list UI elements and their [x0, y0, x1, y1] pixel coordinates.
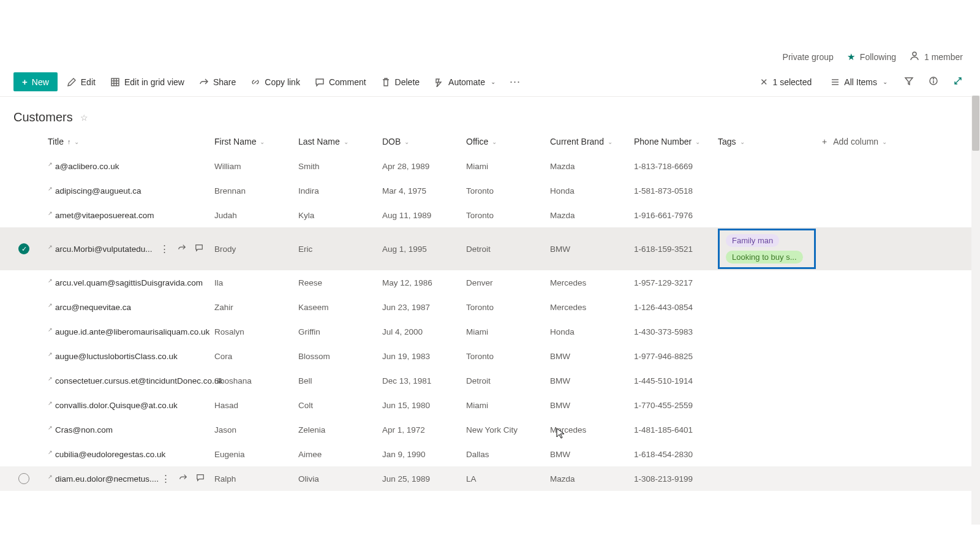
- row-share-icon[interactable]: [178, 243, 186, 254]
- office-cell: Detroit: [466, 375, 550, 387]
- phone-cell: 1-813-718-6669: [634, 161, 718, 172]
- row-selector[interactable]: ✓: [0, 243, 48, 254]
- dob-cell: Apr 28, 1989: [382, 161, 466, 172]
- row-comment-icon[interactable]: [195, 243, 203, 254]
- title-cell[interactable]: ↗arcu.Morbi@vulputatedu...⋮: [48, 242, 214, 256]
- add-column-button[interactable]: +Add column⌄: [822, 137, 914, 146]
- row-share-icon[interactable]: [179, 473, 187, 484]
- title-cell[interactable]: ↗arcu.vel.quam@sagittisDuisgravida.com: [48, 277, 214, 289]
- new-button[interactable]: + New: [13, 72, 58, 91]
- star-outline-icon[interactable]: ☆: [80, 113, 88, 123]
- dob-cell: Jan 9, 1990: [382, 449, 466, 460]
- title-cell[interactable]: ↗a@aclibero.co.uk: [48, 161, 214, 172]
- first-name-cell: Eugenia: [214, 449, 298, 460]
- tags-cell[interactable]: Family manLooking to buy s...: [718, 227, 822, 270]
- first-name-cell: Rosalyn: [214, 326, 298, 338]
- column-header-title[interactable]: Title ↑ ⌄: [48, 137, 214, 146]
- title-cell[interactable]: ↗amet@vitaeposuereat.com: [48, 210, 214, 221]
- info-button[interactable]: [925, 74, 942, 91]
- office-cell: Denver: [466, 277, 550, 289]
- automate-button[interactable]: Automate ⌄: [429, 74, 501, 91]
- table-row[interactable]: ↗arcu@nequevitae.caZahirKaseemJun 23, 19…: [0, 295, 980, 319]
- copy-link-button[interactable]: Copy link: [245, 74, 306, 91]
- share-button[interactable]: Share: [194, 74, 241, 91]
- table-row[interactable]: ↗augue@luctuslobortisClass.co.ukCoraBlos…: [0, 344, 980, 368]
- office-cell: Toronto: [466, 210, 550, 221]
- table-row[interactable]: ↗consectetuer.cursus.et@tinciduntDonec.c…: [0, 368, 980, 393]
- table-row[interactable]: ✓↗arcu.Morbi@vulputatedu...⋮BrodyEricAug…: [0, 227, 980, 270]
- tags-cell[interactable]: [718, 214, 822, 216]
- view-switcher[interactable]: All Items ⌄: [824, 74, 893, 91]
- scrollbar-thumb[interactable]: [972, 96, 979, 151]
- tag-pill[interactable]: Looking to buy s...: [726, 251, 803, 264]
- title-cell[interactable]: ↗diam.eu.dolor@necmetus....⋮: [48, 472, 214, 485]
- title-text: a@aclibero.co.uk: [55, 162, 119, 171]
- column-header-dob[interactable]: DOB⌄: [382, 137, 466, 146]
- tags-cell[interactable]: [718, 330, 822, 333]
- office-cell: Dallas: [466, 449, 550, 460]
- title-cell[interactable]: ↗Cras@non.com: [48, 424, 214, 436]
- column-header-brand[interactable]: Current Brand⌄: [550, 137, 634, 146]
- column-header-last-name[interactable]: Last Name⌄: [298, 137, 382, 146]
- table-row[interactable]: ↗augue.id.ante@liberomaurisaliquam.co.uk…: [0, 319, 980, 344]
- row-selector[interactable]: [0, 473, 48, 484]
- table-row[interactable]: ↗convallis.dolor.Quisque@at.co.ukHasadCo…: [0, 393, 980, 417]
- table-row[interactable]: ↗cubilia@eudoloregestas.co.ukEugeniaAime…: [0, 442, 980, 466]
- row-menu-icon[interactable]: ⋮: [161, 473, 170, 484]
- chevron-down-icon: ⌄: [608, 138, 612, 145]
- tag-pill[interactable]: Family man: [726, 234, 779, 247]
- table-row[interactable]: ↗Cras@non.comJasonZeleniaApr 1, 1972New …: [0, 417, 980, 442]
- clear-selection-button[interactable]: ✕ 1 selected: [755, 73, 817, 91]
- title-cell[interactable]: ↗convallis.dolor.Quisque@at.co.uk: [48, 400, 214, 411]
- dob-cell: Mar 4, 1975: [382, 185, 466, 197]
- share-icon: [199, 77, 209, 87]
- tags-cell[interactable]: [718, 428, 822, 431]
- overflow-button[interactable]: ···: [505, 73, 526, 91]
- dob-cell: Jun 23, 1987: [382, 302, 466, 313]
- following-label[interactable]: Following: [860, 52, 896, 62]
- column-header-office[interactable]: Office⌄: [466, 137, 550, 146]
- tags-cell[interactable]: [718, 477, 822, 480]
- expand-button[interactable]: [949, 74, 967, 91]
- command-bar: + New Edit Edit in grid view Share Copy …: [0, 67, 980, 97]
- tags-edit-box[interactable]: Family manLooking to buy s...: [718, 229, 816, 269]
- tags-cell[interactable]: [718, 165, 822, 167]
- last-name-cell: Kyla: [298, 210, 382, 221]
- tags-cell[interactable]: [718, 453, 822, 455]
- table-row[interactable]: ↗arcu.vel.quam@sagittisDuisgravida.comIl…: [0, 270, 980, 295]
- tags-cell[interactable]: [718, 306, 822, 308]
- edit-grid-button[interactable]: Edit in grid view: [105, 74, 190, 91]
- scrollbar-track[interactable]: [971, 96, 980, 525]
- open-link-icon: ↗: [48, 474, 53, 480]
- comment-button[interactable]: Comment: [309, 74, 372, 91]
- tags-cell[interactable]: [718, 404, 822, 406]
- title-cell[interactable]: ↗augue.id.ante@liberomaurisaliquam.co.uk: [48, 326, 214, 338]
- column-header-tags[interactable]: Tags⌄: [718, 137, 822, 146]
- tags-cell[interactable]: [718, 355, 822, 357]
- title-text: cubilia@eudoloregestas.co.uk: [55, 450, 165, 459]
- brand-cell: Mazda: [550, 161, 634, 172]
- delete-button[interactable]: Delete: [375, 74, 425, 91]
- table-row[interactable]: ↗a@aclibero.co.ukWilliamSmithApr 28, 198…: [0, 154, 980, 178]
- title-cell[interactable]: ↗cubilia@eudoloregestas.co.uk: [48, 449, 214, 460]
- table-row[interactable]: ↗diam.eu.dolor@necmetus....⋮RalphOliviaJ…: [0, 466, 980, 491]
- brand-cell: Honda: [550, 185, 634, 197]
- tags-cell[interactable]: [718, 189, 822, 192]
- row-comment-icon[interactable]: [196, 473, 205, 484]
- title-cell[interactable]: ↗consectetuer.cursus.et@tinciduntDonec.c…: [48, 375, 214, 387]
- column-header-first-name[interactable]: First Name⌄: [214, 137, 298, 146]
- chevron-down-icon: ⌄: [260, 138, 265, 145]
- table-row[interactable]: ↗amet@vitaeposuereat.comJudahKylaAug 11,…: [0, 203, 980, 227]
- members-label[interactable]: 1 member: [924, 52, 963, 62]
- filter-button[interactable]: [900, 74, 918, 91]
- tags-cell[interactable]: [718, 281, 822, 284]
- tags-cell[interactable]: [718, 379, 822, 382]
- row-menu-icon[interactable]: ⋮: [160, 243, 169, 254]
- column-header-phone[interactable]: Phone Number⌄: [634, 137, 718, 146]
- trash-icon: [381, 77, 391, 87]
- edit-button[interactable]: Edit: [61, 74, 101, 91]
- title-cell[interactable]: ↗arcu@nequevitae.ca: [48, 302, 214, 313]
- title-cell[interactable]: ↗adipiscing@augueut.ca: [48, 185, 214, 197]
- table-row[interactable]: ↗adipiscing@augueut.caBrennanIndiraMar 4…: [0, 178, 980, 203]
- title-cell[interactable]: ↗augue@luctuslobortisClass.co.uk: [48, 351, 214, 362]
